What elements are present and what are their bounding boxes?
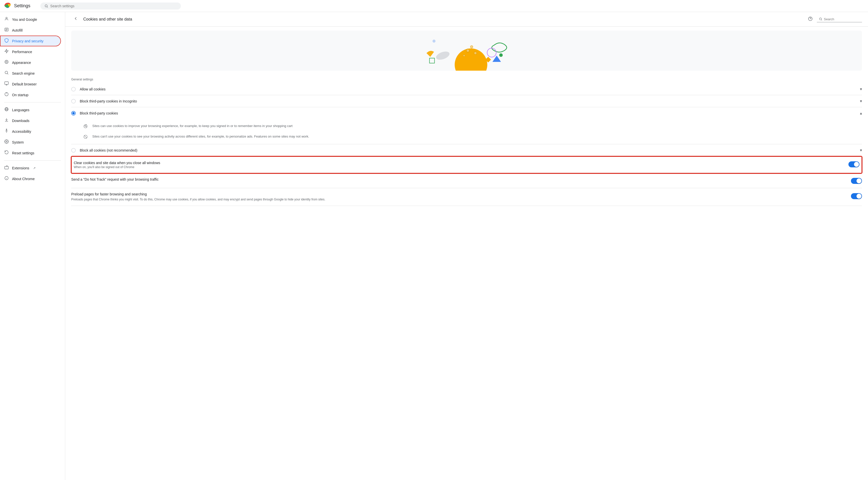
option-block-third[interactable]: Block third-party cookies ▴ <box>71 107 862 119</box>
option-block-all-label: Block all cookies (not recommended) <box>80 148 856 152</box>
default-browser-icon <box>4 81 9 87</box>
option-block-incognito[interactable]: Block third-party cookies in Incognito ▾ <box>71 95 862 107</box>
sidebar-item-on-startup[interactable]: On startup <box>0 90 61 100</box>
search-engine-icon <box>4 70 9 76</box>
sidebar-item-languages[interactable]: Languages <box>0 104 61 115</box>
svg-point-35 <box>433 40 436 43</box>
sidebar-divider-2 <box>4 160 61 161</box>
sidebar-item-about[interactable]: About Chrome <box>0 173 61 184</box>
svg-point-49 <box>463 55 465 56</box>
svg-line-13 <box>7 73 8 74</box>
clear-cookies-subtitle: When on, you'll also be signed out of Ch… <box>74 165 844 169</box>
chrome-logo-icon <box>4 2 11 9</box>
radio-allow-all[interactable] <box>71 87 76 92</box>
expanded-block-third: Sites can use cookies to improve your br… <box>71 119 862 144</box>
expanded-text-2: Sites can't use your cookies to see your… <box>92 134 309 139</box>
page-title: Cookies and other site data <box>83 17 804 22</box>
sidebar-label-search-engine: Search engine <box>12 71 35 75</box>
preload-description: Preloads pages that Chrome thinks you mi… <box>71 197 847 202</box>
sidebar-item-accessibility[interactable]: Accessibility <box>0 126 61 137</box>
sidebar-item-performance[interactable]: Performance <box>0 46 61 57</box>
performance-icon <box>4 49 9 55</box>
preload-toggle[interactable] <box>851 193 862 199</box>
option-block-incognito-label: Block third-party cookies in Incognito <box>80 99 856 103</box>
option-allow-all-label: Allow all cookies <box>80 87 856 91</box>
radio-block-all[interactable] <box>71 148 76 152</box>
svg-point-43 <box>467 49 469 52</box>
sidebar-label-autofill: Autofill <box>12 28 23 32</box>
sidebar-item-appearance[interactable]: Appearance <box>0 57 61 68</box>
content-area: Cookies and other site data <box>65 12 868 480</box>
preload-row: Preload pages for faster browsing and se… <box>71 188 862 206</box>
person-icon <box>4 16 9 22</box>
sidebar-label-accessibility: Accessibility <box>12 130 31 134</box>
sidebar-item-search-engine[interactable]: Search engine <box>0 68 61 79</box>
sidebar-label-languages: Languages <box>12 108 29 112</box>
svg-point-23 <box>6 129 7 130</box>
svg-point-38 <box>499 54 503 57</box>
help-button[interactable] <box>807 15 814 23</box>
svg-point-11 <box>6 61 7 63</box>
svg-rect-27 <box>5 166 8 169</box>
system-icon <box>4 139 9 145</box>
do-not-track-title: Send a "Do Not Track" request with your … <box>71 177 847 181</box>
accessibility-icon <box>4 129 9 134</box>
appearance-icon <box>4 60 9 65</box>
reset-icon <box>4 150 9 156</box>
about-icon <box>4 176 9 182</box>
radio-block-third-inner <box>72 112 75 114</box>
svg-line-55 <box>84 136 87 138</box>
page-search-bar[interactable] <box>817 16 862 22</box>
general-settings-label: General settings <box>71 75 862 83</box>
sidebar-label-you-and-google: You and Google <box>12 18 37 22</box>
option-block-third-label: Block third-party cookies <box>80 111 856 115</box>
sidebar-item-default-browser[interactable]: Default browser <box>0 79 61 90</box>
option-allow-all[interactable]: Allow all cookies ▾ <box>71 83 862 95</box>
sidebar: You and Google Autofill Privacy and secu… <box>0 12 65 480</box>
sidebar-label-on-startup: On startup <box>12 93 28 97</box>
page-search-input[interactable] <box>824 17 854 21</box>
global-search-bar[interactable] <box>40 2 181 9</box>
clear-cookies-toggle[interactable] <box>848 161 860 167</box>
svg-point-3 <box>45 4 48 7</box>
radio-block-third[interactable] <box>71 111 76 115</box>
global-search-input[interactable] <box>50 4 177 8</box>
sidebar-item-system[interactable]: System <box>0 137 61 147</box>
sidebar-item-extensions[interactable]: Extensions ↗ <box>0 163 61 173</box>
svg-point-31 <box>809 17 812 21</box>
top-bar: Settings <box>0 0 868 12</box>
header-search-icon <box>819 17 823 21</box>
option-block-all[interactable]: Block all cookies (not recommended) ▾ <box>71 144 862 156</box>
sidebar-item-downloads[interactable]: Downloads <box>0 115 61 126</box>
chevron-block-all: ▾ <box>860 148 862 152</box>
block-icon <box>83 135 88 140</box>
svg-point-33 <box>819 18 822 20</box>
svg-point-52 <box>86 125 86 126</box>
do-not-track-text: Send a "Do Not Track" request with your … <box>71 177 847 181</box>
do-not-track-toggle[interactable] <box>851 178 862 184</box>
sidebar-label-extensions: Extensions <box>12 166 29 170</box>
sidebar-item-autofill[interactable]: Autofill <box>0 25 61 36</box>
shield-icon <box>4 38 9 44</box>
sidebar-label-reset: Reset settings <box>12 151 34 155</box>
expanded-item-1: Sites can use cookies to improve your br… <box>83 121 862 132</box>
cookie-use-icon <box>83 124 88 129</box>
sidebar-label-system: System <box>12 140 24 144</box>
svg-point-53 <box>86 126 86 127</box>
radio-block-incognito[interactable] <box>71 99 76 103</box>
sidebar-item-privacy[interactable]: Privacy and security <box>0 36 61 46</box>
svg-point-45 <box>471 46 473 48</box>
svg-point-36 <box>435 50 451 61</box>
chevron-allow-all: ▾ <box>860 87 862 92</box>
external-link-icon: ↗ <box>33 166 36 170</box>
sidebar-item-reset[interactable]: Reset settings <box>0 147 61 158</box>
extensions-icon <box>4 165 9 171</box>
svg-point-37 <box>487 48 496 57</box>
back-button[interactable] <box>71 15 80 23</box>
sidebar-label-privacy: Privacy and security <box>12 39 43 43</box>
chevron-block-incognito: ▾ <box>860 99 862 103</box>
sidebar-label-appearance: Appearance <box>12 61 31 65</box>
sidebar-label-downloads: Downloads <box>12 119 29 123</box>
clear-cookies-text: Clear cookies and site data when you clo… <box>74 161 844 169</box>
sidebar-item-you-and-google[interactable]: You and Google <box>0 14 61 25</box>
